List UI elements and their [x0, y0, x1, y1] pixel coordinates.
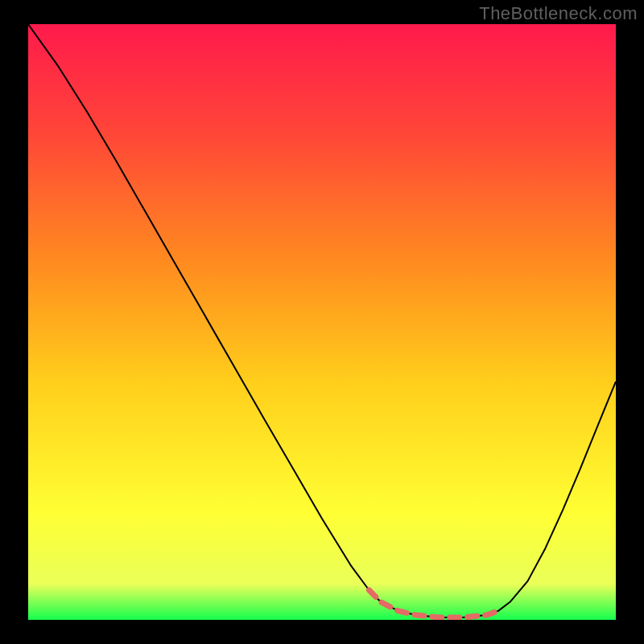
gradient-background — [28, 24, 616, 620]
watermark-text: TheBottleneck.com — [479, 3, 638, 24]
chart-svg — [28, 24, 616, 620]
chart-frame: TheBottleneck.com — [0, 0, 644, 644]
plot-area — [28, 24, 616, 620]
